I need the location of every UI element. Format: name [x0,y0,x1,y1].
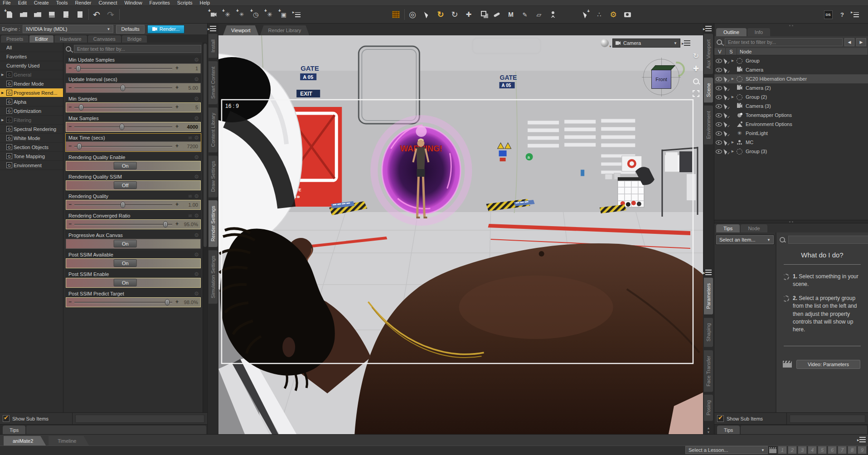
slider-thumb[interactable] [121,85,125,91]
property-row[interactable]: Post SSIM Predict Target ⚙ − + 98.0% [65,289,201,308]
property-value[interactable]: 5 [195,103,198,112]
column-selectable[interactable]: S [726,48,737,55]
gear-icon[interactable]: ⚙ [194,57,199,63]
tree-node[interactable]: ▶ MC [714,138,868,147]
gear-icon[interactable]: ⚙ [194,135,199,140]
dock-tab[interactable]: Shaping [704,318,713,347]
decrement-icon[interactable]: − [68,201,72,208]
increment-icon[interactable]: + [175,221,179,227]
pan-tool-icon[interactable]: ✚ [693,65,699,73]
gear-icon[interactable]: ⚙ [194,77,199,82]
strip-scroll-arrows[interactable]: ▲▼ [707,426,710,434]
property-group-item[interactable]: ▶ G Tone Mapping [0,152,63,161]
property-row[interactable]: Min Samples ⚙ − + 5 [65,94,201,113]
select-cursor-icon[interactable] [421,9,432,20]
settings-tab[interactable]: Presets [1,35,29,43]
selectable-cursor-icon[interactable] [723,131,729,136]
slider-thumb[interactable] [121,202,125,208]
viewport-tab[interactable]: Render Library [260,25,310,35]
new-file-icon[interactable] [4,9,15,20]
frame-tool-icon[interactable] [693,90,699,97]
property-toggle[interactable]: On [66,161,200,170]
engine-select[interactable]: NVIDIA Iray (MDL) ▼ [23,25,113,33]
active-rotate-icon[interactable] [435,9,446,20]
tree-node[interactable]: ▶ Tonemapper Options [714,111,868,120]
tree-node[interactable]: ▶ Camera (3) [714,102,868,111]
lesson-number-button[interactable]: 8 [848,446,857,454]
redo-icon[interactable] [105,9,116,20]
decrement-icon[interactable]: − [68,84,72,91]
new-camera-icon[interactable] [208,9,219,20]
visibility-eye-icon[interactable] [716,95,722,99]
video-parameters-button[interactable]: Video: Parameters [796,360,860,369]
new-point-light-icon[interactable] [236,9,247,20]
slider-thumb[interactable] [77,143,82,150]
lock-icon[interactable] [188,194,192,198]
lock-icon[interactable] [188,136,192,140]
dock-tab[interactable]: Draw Settings [209,155,218,197]
ds-logo-icon[interactable] [822,9,834,20]
property-group-item[interactable]: ▶ G Currently Used [0,61,63,70]
outline-tab[interactable]: Outline [716,28,747,36]
gear-icon[interactable]: ⚙ [194,271,199,277]
pane-menu-icon[interactable] [210,26,216,31]
property-slider[interactable]: − + 95.0% [66,220,200,229]
expand-arrow-icon[interactable]: ▶ [731,140,735,144]
property-slider[interactable]: − + 5.00 [66,83,200,92]
property-slider[interactable]: − + 98.0% [66,298,200,307]
increment-icon[interactable]: + [175,143,179,149]
outline-tab[interactable]: Info [747,28,770,36]
slider-thumb[interactable] [165,299,170,305]
property-row[interactable]: Rendering Quality SSIM ⚙ − + Off [65,172,201,191]
dock-tab[interactable]: Posing [704,395,713,421]
outline-filter-input[interactable] [725,38,843,46]
slider-thumb[interactable] [120,124,124,130]
figure-tool-icon[interactable] [547,9,559,20]
menu-item[interactable]: Create [34,0,49,5]
settings-tab[interactable]: Bridge [122,35,147,43]
toggle-button[interactable]: On [114,162,137,169]
gear-icon[interactable]: ⚙ [194,174,199,179]
search-icon[interactable]: ▼ [65,46,72,53]
visibility-eye-icon[interactable] [716,59,722,63]
dock-tab[interactable]: Smart Content [209,61,218,104]
menu-item[interactable]: File [3,0,11,5]
bone-tool-icon[interactable] [491,9,503,20]
selectable-cursor-icon[interactable] [723,76,729,82]
show-sub-items-checkbox[interactable] [717,415,724,422]
lesson-number-button[interactable]: 2 [788,446,797,454]
settings-tab[interactable]: Editor [29,35,53,43]
selectable-cursor-icon[interactable] [723,85,729,91]
visibility-eye-icon[interactable] [716,140,722,145]
property-row[interactable]: Rendering Quality ⚙ − + 1.00 [65,192,201,210]
menu-item[interactable]: Render [75,0,91,5]
dock-tab[interactable]: Parameters [704,278,713,315]
dock-tab[interactable]: Face Transfer [704,350,713,392]
visibility-eye-icon[interactable] [716,122,722,126]
slider-thumb[interactable] [76,65,81,72]
property-toggle[interactable]: Off [66,181,200,190]
gear-icon[interactable]: ⚙ [194,194,199,199]
dock-tab[interactable]: Scene [704,77,713,102]
increment-icon[interactable]: + [175,104,179,110]
menu-item[interactable]: Tools [56,0,68,5]
tree-node[interactable]: ▶ Group (3) [714,147,868,156]
pane-menu-icon[interactable] [705,26,712,31]
gear-icon[interactable]: ⚙ [194,252,199,257]
menu-item[interactable]: Scripts [177,0,193,5]
decrement-icon[interactable]: − [68,65,72,71]
weight-brush-icon[interactable] [519,9,531,20]
forward-arrow-button[interactable]: ▶ [856,38,866,46]
increment-icon[interactable]: + [175,123,179,130]
pane-list-icon[interactable] [850,9,862,20]
orbit-tool-icon[interactable]: ↻ [693,53,699,60]
gold-gear-icon[interactable] [607,9,619,20]
expand-arrow-icon[interactable]: ▶ [731,150,735,153]
draw-style-icon[interactable] [601,39,609,47]
property-group-item[interactable]: ▶ G General [0,70,63,79]
decrement-icon[interactable]: − [68,221,72,227]
help-icon[interactable] [836,9,848,20]
property-toggle[interactable]: On [66,239,200,248]
lesson-number-button[interactable]: 1 [778,446,787,454]
property-row[interactable]: Rendering Quality Enable ⚙ − + On [65,153,201,171]
